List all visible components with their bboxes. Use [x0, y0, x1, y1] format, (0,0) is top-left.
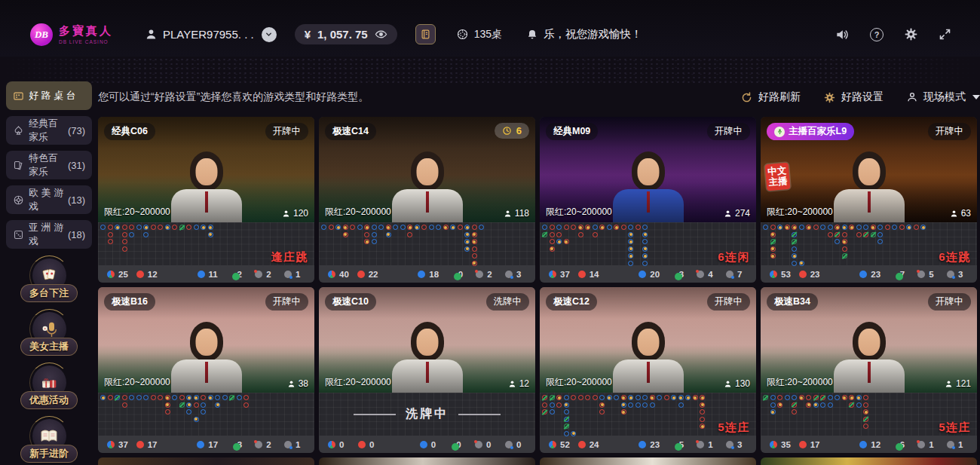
dealer-torso — [171, 189, 242, 222]
road-dot — [571, 431, 576, 436]
game-card[interactable]: 极速B16 开牌中 限红:20~200000 38 371717321 — [98, 287, 314, 453]
sidebar: 好 路 桌 台 经典百家乐 (73) 特色百家乐 (31) 欧 美 游 戏 (1… — [6, 81, 92, 463]
sidebar-item-feature-baccarat[interactable]: 特色百家乐 (31) — [6, 151, 92, 179]
dealer-torso — [834, 359, 905, 393]
sidebar-item-asian-games[interactable]: 亚 洲 游 戏 (18) — [6, 220, 92, 249]
game-card[interactable]: 极速C12 开牌中 限红:20~200000 130 5连庄 522423513 — [540, 287, 756, 453]
road-dot — [671, 395, 676, 400]
video-thumbnail[interactable]: 经典C06 开牌中 限红:20~200000 120 — [98, 117, 314, 222]
dealer-tie — [426, 362, 429, 383]
video-thumbnail[interactable]: 极速C12 开牌中 限红:20~200000 130 — [540, 287, 756, 393]
status-badge: 开牌中 — [265, 293, 309, 311]
fullscreen-button[interactable] — [939, 28, 951, 41]
promo-multi-table-betting[interactable]: 多台下注 — [6, 259, 92, 302]
road-dot — [186, 402, 191, 408]
table-name-badge: 极速C12 — [546, 293, 597, 311]
chip-icon — [456, 28, 469, 41]
brand-name: 多寶真人 DB LIVE CASINO — [59, 24, 113, 44]
road-dot — [165, 225, 170, 230]
game-card[interactable]: 极速C14 6 限红:20~200000 118 402218023 — [319, 117, 535, 283]
bet-limit-label: 限红:20~200000 — [546, 206, 612, 219]
partial-card[interactable] — [761, 457, 977, 465]
video-thumbnail[interactable]: 主播百家乐L9 开牌中 中文主播 限红:20~200000 63 — [761, 117, 977, 222]
status-badge: 开牌中 — [707, 293, 751, 311]
road-dot — [614, 225, 619, 230]
dealer-figure — [386, 322, 469, 393]
chevron-down-icon[interactable] — [262, 27, 277, 42]
partial-card[interactable] — [319, 457, 535, 465]
video-thumbnail[interactable]: 极速B34 开牌中 限红:20~200000 121 — [761, 287, 977, 393]
good-road-refresh-button[interactable]: 好路刷新 — [740, 90, 801, 104]
dealer-tie — [868, 362, 871, 383]
dealer-face — [195, 329, 217, 356]
game-card[interactable]: 经典M09 开牌中 限红:20~200000 274 6连闲 371420347 — [540, 117, 756, 283]
sidebar-item-good-road-tables[interactable]: 好 路 桌 台 — [6, 81, 92, 110]
promo-offers[interactable]: 优惠活动 — [6, 366, 92, 409]
road-dot — [642, 246, 648, 252]
road-dot — [877, 232, 883, 237]
good-road-settings-button[interactable]: 好路设置 — [823, 90, 884, 104]
stat-value: 1 — [958, 440, 963, 449]
stat-value: 18 — [429, 270, 439, 279]
tables-count[interactable]: 135桌 — [456, 28, 502, 41]
road-dot — [122, 225, 127, 230]
player-icon — [859, 271, 867, 278]
player-count: 130 — [724, 378, 750, 389]
live-mode-select[interactable]: 现场模式 — [906, 90, 980, 104]
partial-card[interactable] — [540, 457, 756, 465]
road-dot — [700, 409, 705, 415]
promo-beauty-anchor[interactable]: 美女主播 — [6, 312, 92, 356]
road-dot — [906, 225, 911, 230]
game-card[interactable]: 经典C06 开牌中 限红:20~200000 120 逢庄跳 251211221 — [98, 117, 314, 283]
promo-beginner-guide[interactable]: 新手进阶 — [6, 419, 92, 463]
dealer-figure — [607, 151, 690, 222]
help-button[interactable]: ? — [870, 28, 884, 41]
road-dot — [842, 239, 847, 244]
game-card[interactable]: 主播百家乐L9 开牌中 中文主播 限红:20~200000 63 6连跳 532… — [761, 117, 977, 283]
stat-player-pair: 3 — [505, 270, 526, 279]
sidebar-item-classic-baccarat[interactable]: 经典百家乐 (73) — [6, 116, 92, 145]
game-card[interactable]: 极速B34 开牌中 限红:20~200000 121 5连庄 351712611 — [761, 287, 977, 453]
road-dot — [364, 232, 369, 237]
road-dot — [564, 409, 569, 415]
stat-player-pair: 1 — [947, 440, 968, 449]
video-thumbnail[interactable]: 经典M09 开牌中 限红:20~200000 274 — [540, 117, 756, 222]
road-dot — [372, 232, 377, 237]
eye-icon[interactable] — [375, 28, 387, 41]
road-dot — [129, 232, 134, 237]
volume-button[interactable] — [835, 27, 850, 42]
road-dot — [607, 395, 612, 400]
person-count-icon — [508, 380, 516, 388]
road-dot — [201, 395, 206, 400]
bpair-icon — [255, 271, 262, 278]
volume-icon — [835, 27, 850, 42]
dealer-face — [637, 329, 659, 356]
stat-total: 40 — [328, 270, 349, 279]
road-dot — [472, 225, 477, 230]
stat-tie: 3 — [668, 270, 689, 279]
stat-player-pair: 1 — [284, 440, 305, 449]
road-dot — [642, 253, 648, 259]
road-dot — [179, 395, 185, 400]
settings-button[interactable] — [904, 27, 918, 41]
main-content: 您可以通过“好路设置”选择您喜欢的游戏类型和好路类型。 好路刷新 好路设置 现场… — [98, 81, 980, 465]
road-dot — [108, 232, 113, 237]
road-dot — [799, 261, 804, 266]
records-button[interactable] — [415, 24, 436, 44]
bet-limit-label: 限红:20~200000 — [104, 376, 170, 389]
road-dot — [642, 395, 648, 400]
stat-banker-pair: 0 — [475, 440, 496, 449]
brand-logo[interactable]: DB 多寶真人 DB LIVE CASINO — [30, 23, 113, 46]
video-thumbnail[interactable]: 极速C10 洗牌中 限红:20~200000 12 — [319, 287, 535, 393]
account-menu[interactable]: PLAYER97955. . . — [145, 27, 277, 42]
stat-player-pair: 1 — [284, 270, 305, 279]
partial-card[interactable] — [98, 457, 314, 465]
road-dot — [770, 225, 776, 230]
game-card[interactable]: 极速C10 洗牌中 限红:20~200000 12 洗牌中 000000 — [319, 287, 535, 453]
video-thumbnail[interactable]: 极速B16 开牌中 限红:20~200000 38 — [98, 287, 314, 393]
video-thumbnail[interactable]: 极速C14 6 限红:20~200000 118 — [319, 117, 535, 222]
player-count: 120 — [282, 208, 308, 219]
stat-banker-pair: 1 — [697, 440, 718, 449]
sidebar-item-western-games[interactable]: 欧 美 游 戏 (13) — [6, 185, 92, 214]
road-dot — [472, 246, 477, 252]
